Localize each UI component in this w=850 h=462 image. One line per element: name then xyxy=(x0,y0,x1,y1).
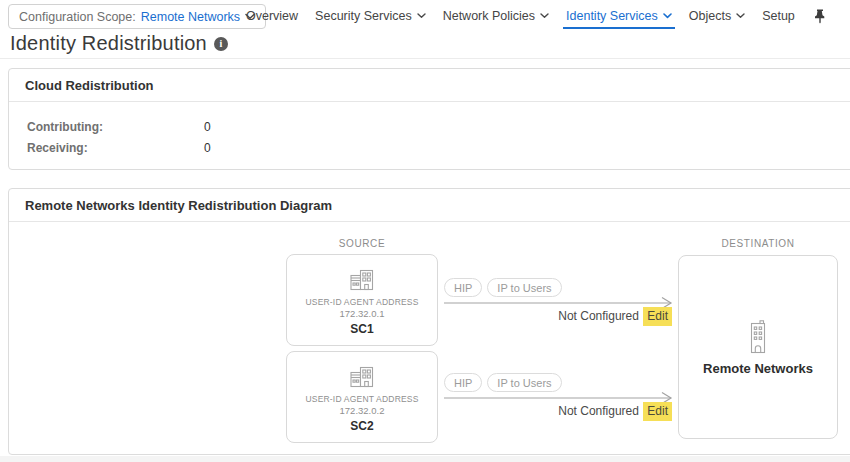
source-node-name: SC2 xyxy=(350,419,373,433)
hip-tag: HIP xyxy=(444,373,482,392)
cloud-redistribution-card: Cloud Redistribution Contributing: 0 Rec… xyxy=(8,68,850,170)
source-node-name: SC1 xyxy=(350,322,373,336)
edit-link-sc1[interactable]: Edit xyxy=(643,307,672,326)
ip-to-users-tag: IP to Users xyxy=(487,278,561,297)
contributing-label: Contributing: xyxy=(27,120,204,134)
chevron-down-icon xyxy=(736,13,745,19)
identity-redistribution-page: Configuration Scope: Remote Networks Ove… xyxy=(0,0,850,462)
agent-address-value: 172.32.0.2 xyxy=(340,405,385,416)
cloud-redistribution-body: Contributing: 0 Receiving: 0 xyxy=(9,102,850,158)
buildings-icon xyxy=(346,363,378,391)
page-title: Identity Redistribution xyxy=(10,32,207,55)
nav-item-setup[interactable]: Setup xyxy=(762,3,795,29)
configuration-scope-value: Remote Networks xyxy=(141,10,240,24)
redistribution-tags-sc1: HIP IP to Users xyxy=(444,278,562,297)
edit-link-sc2[interactable]: Edit xyxy=(643,402,672,421)
source-node-sc1: USER-ID AGENT ADDRESS 172.32.0.1 SC1 xyxy=(286,254,438,346)
nav-item-overview[interactable]: Overview xyxy=(246,3,298,29)
agent-address-label: USER-ID AGENT ADDRESS xyxy=(305,297,418,307)
chevron-down-icon xyxy=(417,13,426,19)
cloud-redistribution-title: Cloud Redistribution xyxy=(25,78,154,93)
nav-item-security-services[interactable]: Security Services xyxy=(315,3,426,29)
status-row-sc2: Not Configured Edit xyxy=(444,404,672,418)
cloud-redistribution-header: Cloud Redistribution xyxy=(9,69,850,102)
buildings-icon xyxy=(346,266,378,294)
chevron-down-icon xyxy=(540,13,549,19)
pin-icon[interactable] xyxy=(814,9,826,24)
destination-node-remote-networks: Remote Networks xyxy=(678,255,838,439)
source-node-sc2: USER-ID AGENT ADDRESS 172.32.0.2 SC2 xyxy=(286,351,438,443)
configuration-scope-select[interactable]: Configuration Scope: Remote Networks xyxy=(8,4,266,29)
status-row-sc1: Not Configured Edit xyxy=(444,309,672,323)
info-icon[interactable]: i xyxy=(214,37,228,51)
receiving-label: Receiving: xyxy=(27,141,204,155)
diagram-title: Remote Networks Identity Redistribution … xyxy=(25,198,332,213)
chevron-down-icon xyxy=(663,13,672,19)
flow-arrow-sc2 xyxy=(444,391,674,405)
nav-item-network-policies[interactable]: Network Policies xyxy=(443,3,549,29)
contributing-value: 0 xyxy=(204,120,211,134)
destination-column-label: DESTINATION xyxy=(678,238,838,249)
page-title-row: Identity Redistribution i xyxy=(10,32,228,55)
source-column-label: SOURCE xyxy=(286,238,438,249)
page-bottom-strip xyxy=(0,456,850,462)
status-text: Not Configured xyxy=(558,309,639,323)
hip-tag: HIP xyxy=(444,278,482,297)
main-nav: Overview Security Services Network Polic… xyxy=(246,3,826,29)
nav-item-identity-services[interactable]: Identity Services xyxy=(563,3,675,29)
status-text: Not Configured xyxy=(558,404,639,418)
agent-address-value: 172.32.0.1 xyxy=(340,308,385,319)
receiving-row: Receiving: 0 xyxy=(27,137,850,158)
page-divider xyxy=(0,58,850,59)
ip-to-users-tag: IP to Users xyxy=(487,373,561,392)
receiving-value: 0 xyxy=(204,141,211,155)
nav-item-objects[interactable]: Objects xyxy=(689,3,745,29)
destination-node-name: Remote Networks xyxy=(703,361,813,376)
configuration-scope-label: Configuration Scope: xyxy=(19,10,136,24)
agent-address-label: USER-ID AGENT ADDRESS xyxy=(305,394,418,404)
contributing-row: Contributing: 0 xyxy=(27,116,850,137)
redistribution-tags-sc2: HIP IP to Users xyxy=(444,373,562,392)
flow-arrow-sc1 xyxy=(444,296,674,310)
diagram-header: Remote Networks Identity Redistribution … xyxy=(9,189,850,222)
remote-networks-diagram-card: Remote Networks Identity Redistribution … xyxy=(8,188,850,455)
building-icon xyxy=(746,319,770,355)
